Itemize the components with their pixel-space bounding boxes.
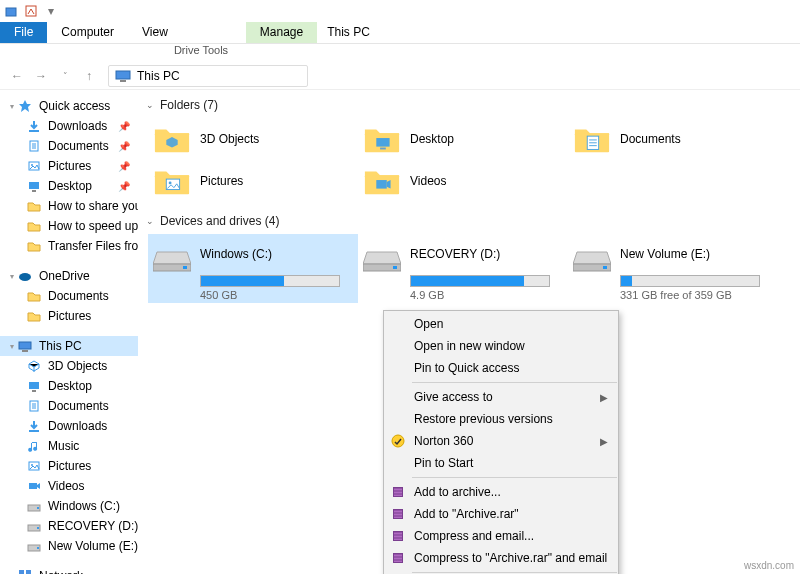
- folder-item[interactable]: Documents: [568, 118, 778, 160]
- folder-item[interactable]: Pictures: [148, 160, 358, 202]
- group-drives-header[interactable]: ⌄ Devices and drives (4): [138, 210, 800, 232]
- tab-manage[interactable]: Manage: [246, 22, 317, 43]
- svg-rect-15: [32, 390, 36, 392]
- drive-icon: [362, 236, 402, 272]
- svg-rect-1: [26, 6, 36, 16]
- drive-usage-bar: [200, 275, 340, 287]
- sidebar-item[interactable]: New Volume (E:): [0, 536, 138, 556]
- context-menu-item[interactable]: Add to archive...: [384, 481, 618, 503]
- drive-item[interactable]: New Volume (E:)331 GB free of 359 GB: [568, 234, 778, 303]
- context-menu-item[interactable]: Pin to Quick access: [384, 357, 618, 379]
- svg-rect-12: [19, 342, 31, 349]
- sidebar-item[interactable]: RECOVERY (D:): [0, 516, 138, 536]
- sidebar-label: This PC: [39, 339, 82, 353]
- this-pc-icon: [17, 338, 33, 354]
- sidebar-item[interactable]: Documents📌: [0, 136, 138, 156]
- sidebar-item-label: Documents: [48, 399, 109, 413]
- svg-rect-40: [376, 180, 386, 189]
- qat-chevron-icon[interactable]: ▾: [42, 2, 60, 20]
- folder-icon: [26, 308, 42, 324]
- tab-file[interactable]: File: [0, 22, 47, 43]
- sidebar-item[interactable]: Pictures: [0, 306, 138, 326]
- sidebar-onedrive[interactable]: ▾ OneDrive: [0, 266, 138, 286]
- sidebar-this-pc[interactable]: ▾ This PC: [0, 336, 138, 356]
- nav-up-icon[interactable]: ↑: [78, 65, 100, 87]
- sidebar-item[interactable]: Transfer Files from A: [0, 236, 138, 256]
- menu-item-label: Compress to "Archive.rar" and email: [414, 551, 607, 565]
- menu-item-label: Give access to: [414, 390, 493, 404]
- drive-tools-label[interactable]: Drive Tools: [166, 44, 236, 56]
- context-menu-item[interactable]: Restore previous versions: [384, 408, 618, 430]
- sidebar-item-label: How to share your f: [48, 199, 138, 213]
- svg-rect-55: [394, 554, 402, 562]
- svg-rect-10: [32, 190, 36, 192]
- sidebar-item[interactable]: Pictures: [0, 456, 138, 476]
- folder-icon: [572, 121, 612, 157]
- sidebar-label: Network: [39, 569, 83, 574]
- svg-point-38: [169, 181, 172, 184]
- svg-rect-53: [394, 532, 402, 540]
- item-icon: [26, 418, 42, 434]
- group-folders-header[interactable]: ⌄ Folders (7): [138, 94, 800, 116]
- sidebar-item[interactable]: Desktop📌: [0, 176, 138, 196]
- svg-rect-14: [29, 382, 39, 389]
- drive-label: Windows (C:): [200, 247, 272, 261]
- context-menu-item[interactable]: Open: [384, 313, 618, 335]
- folder-label: Documents: [620, 132, 681, 146]
- sidebar-item[interactable]: Downloads📌: [0, 116, 138, 136]
- nav-forward-icon[interactable]: →: [30, 65, 52, 87]
- sidebar-quick-access[interactable]: ▾ Quick access: [0, 96, 138, 116]
- sidebar-item[interactable]: Music: [0, 436, 138, 456]
- menu-item-icon: [390, 484, 406, 500]
- sidebar-item[interactable]: Downloads: [0, 416, 138, 436]
- qat-app-icon[interactable]: [2, 2, 20, 20]
- sidebar-item[interactable]: 3D Objects: [0, 356, 138, 376]
- sidebar-item-label: How to speed up a: [48, 219, 138, 233]
- nav-recent-icon[interactable]: ˅: [54, 65, 76, 87]
- context-menu-item[interactable]: Compress to "Archive.rar" and email: [384, 547, 618, 569]
- svg-rect-13: [22, 350, 28, 352]
- folder-icon: [362, 121, 402, 157]
- sidebar-item[interactable]: How to speed up a: [0, 216, 138, 236]
- context-menu-item[interactable]: Pin to Start: [384, 452, 618, 474]
- context-menu-item[interactable]: Compress and email...: [384, 525, 618, 547]
- sidebar-item[interactable]: Documents: [0, 396, 138, 416]
- sidebar-item[interactable]: Desktop: [0, 376, 138, 396]
- item-icon: [26, 478, 42, 494]
- sidebar-item[interactable]: Videos: [0, 476, 138, 496]
- nav-back-icon[interactable]: ←: [6, 65, 28, 87]
- qat-properties-icon[interactable]: [22, 2, 40, 20]
- tab-view[interactable]: View: [128, 22, 182, 43]
- folder-item[interactable]: Videos: [358, 160, 568, 202]
- folder-icon: [152, 121, 192, 157]
- drive-usage-bar: [410, 275, 550, 287]
- sidebar-item[interactable]: Documents: [0, 286, 138, 306]
- this-pc-icon: [115, 68, 131, 84]
- address-box[interactable]: This PC: [108, 65, 308, 87]
- menu-item-icon: [390, 506, 406, 522]
- sidebar-item[interactable]: Windows (C:): [0, 496, 138, 516]
- pin-icon: 📌: [118, 121, 134, 132]
- folder-item[interactable]: Desktop: [358, 118, 568, 160]
- context-menu-item[interactable]: Give access to▶: [384, 386, 618, 408]
- svg-rect-17: [29, 430, 39, 432]
- window-title: This PC: [327, 22, 370, 43]
- sidebar-item[interactable]: How to share your f: [0, 196, 138, 216]
- tab-computer[interactable]: Computer: [47, 22, 128, 43]
- context-menu-item[interactable]: Norton 360▶: [384, 430, 618, 452]
- cloud-icon: [17, 268, 33, 284]
- context-menu: OpenOpen in new windowPin to Quick acces…: [383, 310, 619, 574]
- menu-item-label: Open in new window: [414, 339, 525, 353]
- sidebar-item-label: Transfer Files from A: [48, 239, 138, 253]
- context-menu-item[interactable]: Add to "Archive.rar": [384, 503, 618, 525]
- menu-item-label: Pin to Start: [414, 456, 473, 470]
- drive-item[interactable]: RECOVERY (D:)4.9 GB: [358, 234, 568, 303]
- sidebar-network[interactable]: ▸ Network: [0, 566, 138, 574]
- folder-item[interactable]: 3D Objects: [148, 118, 358, 160]
- context-menu-item[interactable]: Open in new window: [384, 335, 618, 357]
- folder-label: Pictures: [200, 174, 243, 188]
- folder-icon: [26, 288, 42, 304]
- drive-item[interactable]: Windows (C:)450 GB: [148, 234, 358, 303]
- sidebar-item-label: Pictures: [48, 459, 91, 473]
- sidebar-item[interactable]: Pictures📌: [0, 156, 138, 176]
